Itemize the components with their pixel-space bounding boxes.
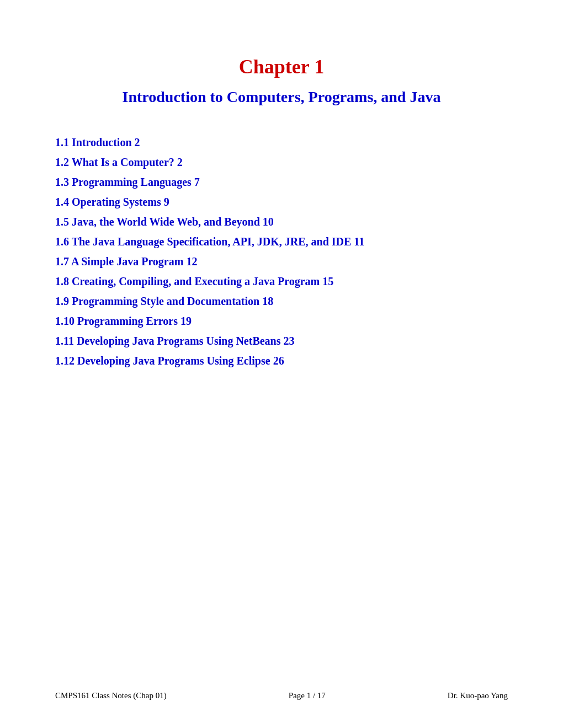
page: Chapter 1 Introduction to Computers, Pro…	[0, 0, 563, 728]
footer-center: Page 1 / 17	[289, 691, 326, 700]
toc-item: 1.11 Developing Java Programs Using NetB…	[55, 332, 508, 350]
toc-item: 1.1 Introduction 2	[55, 133, 508, 151]
toc-item: 1.12 Developing Java Programs Using Ecli…	[55, 352, 508, 370]
footer: CMPS161 Class Notes (Chap 01) Page 1 / 1…	[55, 691, 508, 700]
toc-item: 1.8 Creating, Compiling, and Executing a…	[55, 272, 508, 290]
toc-item: 1.6 The Java Language Specification, API…	[55, 233, 508, 250]
toc-item: 1.9 Programming Style and Documentation …	[55, 292, 508, 310]
footer-right: Dr. Kuo-pao Yang	[448, 691, 508, 700]
subtitle: Introduction to Computers, Programs, and…	[55, 88, 508, 106]
chapter-title: Chapter 1	[55, 55, 508, 78]
toc-item: 1.2 What Is a Computer? 2	[55, 153, 508, 171]
table-of-contents: 1.1 Introduction 21.2 What Is a Computer…	[55, 133, 508, 370]
toc-item: 1.10 Programming Errors 19	[55, 312, 508, 330]
toc-item: 1.3 Programming Languages 7	[55, 173, 508, 191]
footer-left: CMPS161 Class Notes (Chap 01)	[55, 691, 167, 700]
toc-item: 1.7 A Simple Java Program 12	[55, 253, 508, 270]
toc-item: 1.4 Operating Systems 9	[55, 193, 508, 211]
toc-item: 1.5 Java, the World Wide Web, and Beyond…	[55, 213, 508, 231]
